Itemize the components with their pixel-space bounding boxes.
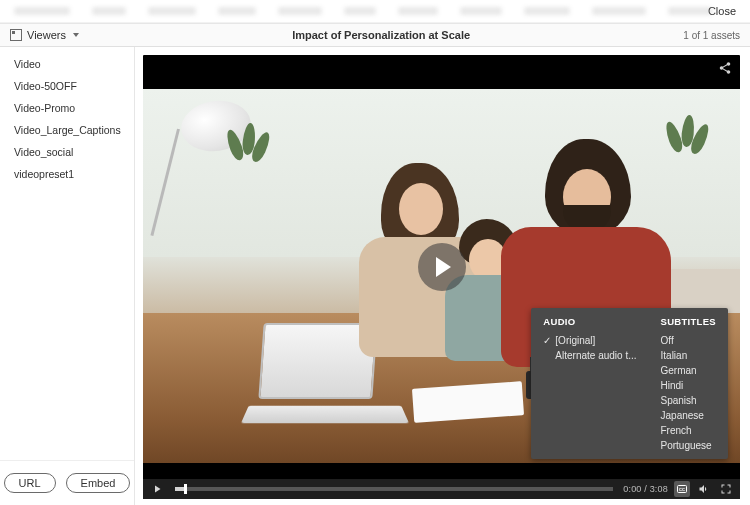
fullscreen-button[interactable] xyxy=(718,481,734,497)
preset-item[interactable]: Video_Large_Captions xyxy=(0,119,134,141)
sidebar-actions: URL Embed xyxy=(0,460,134,505)
subtitles-header: SUBTITLES xyxy=(661,316,716,327)
video-stage: AUDIO ✓[Original] Alternate audio t... S… xyxy=(143,55,740,499)
audio-option[interactable]: Alternate audio t... xyxy=(543,348,636,363)
subtitle-option[interactable]: French xyxy=(661,423,716,438)
viewers-icon xyxy=(10,29,22,41)
play-button[interactable] xyxy=(149,481,165,497)
preset-item[interactable]: Video-Promo xyxy=(0,97,134,119)
audio-column: AUDIO ✓[Original] Alternate audio t... xyxy=(531,316,648,453)
viewer-area: AUDIO ✓[Original] Alternate audio t... S… xyxy=(135,47,750,505)
subtitle-option[interactable]: German xyxy=(661,363,716,378)
preset-item[interactable]: videopreset1 xyxy=(0,163,134,185)
captions-button[interactable]: CC xyxy=(674,481,690,497)
captions-audio-menu: AUDIO ✓[Original] Alternate audio t... S… xyxy=(531,308,728,459)
subtitles-column: SUBTITLES Off Italian German Hindi Spani… xyxy=(649,316,728,453)
top-bar: Close xyxy=(0,0,750,23)
close-button[interactable]: Close xyxy=(708,5,736,17)
sidebar: Video Video-50OFF Video-Promo Video_Larg… xyxy=(0,47,135,505)
progress-bar[interactable] xyxy=(175,487,613,491)
svg-text:CC: CC xyxy=(679,487,685,492)
subtitle-option[interactable]: Italian xyxy=(661,348,716,363)
subtitle-option[interactable]: Spanish xyxy=(661,393,716,408)
subtitle-option[interactable]: Portuguese xyxy=(661,438,716,453)
preset-item[interactable]: Video xyxy=(0,53,134,75)
time-display: 0:00 / 3:08 xyxy=(623,484,668,494)
audio-option[interactable]: ✓[Original] xyxy=(543,333,636,348)
preset-item[interactable]: Video_social xyxy=(0,141,134,163)
volume-button[interactable] xyxy=(696,481,712,497)
preset-item[interactable]: Video-50OFF xyxy=(0,75,134,97)
viewers-label: Viewers xyxy=(27,29,66,41)
main: Video Video-50OFF Video-Promo Video_Larg… xyxy=(0,47,750,505)
audio-header: AUDIO xyxy=(543,316,636,327)
play-overlay-button[interactable] xyxy=(418,243,466,291)
page-title: Impact of Personalization at Scale xyxy=(79,29,683,41)
asset-counter: 1 of 1 assets xyxy=(683,30,740,41)
preset-list: Video Video-50OFF Video-Promo Video_Larg… xyxy=(0,47,134,460)
subtitle-option[interactable]: Hindi xyxy=(661,378,716,393)
embed-button[interactable]: Embed xyxy=(66,473,131,493)
video-frame[interactable]: AUDIO ✓[Original] Alternate audio t... S… xyxy=(143,55,740,479)
subtitle-option[interactable]: Off xyxy=(661,333,716,348)
url-button[interactable]: URL xyxy=(4,473,56,493)
viewers-dropdown[interactable]: Viewers xyxy=(10,29,79,41)
subtitle-option[interactable]: Japanese xyxy=(661,408,716,423)
blurred-menu xyxy=(0,0,712,22)
video-controls: 0:00 / 3:08 CC xyxy=(143,479,740,499)
sub-bar: Viewers Impact of Personalization at Sca… xyxy=(0,23,750,47)
